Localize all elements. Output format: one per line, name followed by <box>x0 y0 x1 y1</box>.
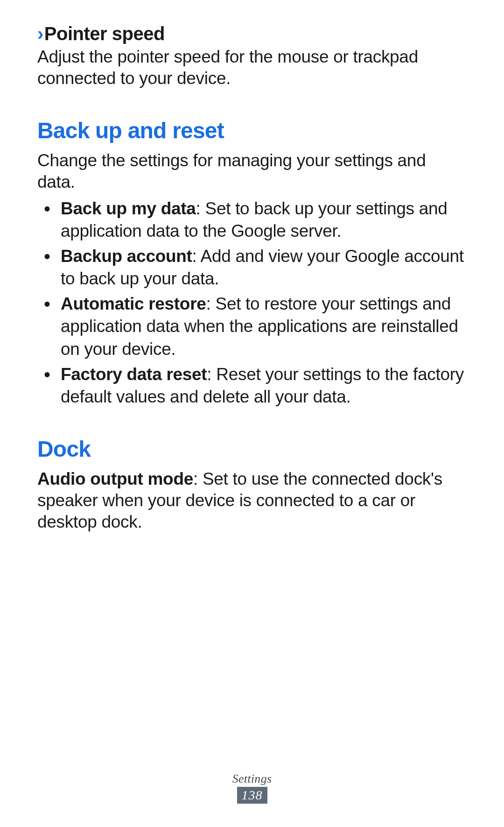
dock-term: Audio output mode <box>37 469 193 488</box>
list-item: Backup account: Add and view your Google… <box>37 245 467 290</box>
pointer-speed-body: Adjust the pointer speed for the mouse o… <box>37 46 467 90</box>
pointer-speed-heading: ›Pointer speed <box>37 23 467 44</box>
dock-body: Audio output mode: Set to use the connec… <box>37 468 467 533</box>
pointer-speed-heading-text: Pointer speed <box>44 23 165 44</box>
list-item-term: Backup account <box>61 247 192 266</box>
dock-heading: Dock <box>37 436 467 462</box>
manual-page: ›Pointer speed Adjust the pointer speed … <box>0 0 504 827</box>
backup-reset-heading: Back up and reset <box>37 118 467 143</box>
footer-section-label: Settings <box>0 772 504 786</box>
backup-reset-intro: Change the settings for managing your se… <box>37 150 467 193</box>
backup-reset-list: Back up my data: Set to back up your set… <box>37 198 467 408</box>
list-item: Automatic restore: Set to restore your s… <box>37 293 467 360</box>
pointer-speed-section: ›Pointer speed Adjust the pointer speed … <box>37 23 467 90</box>
list-item: Factory data reset: Reset your settings … <box>37 363 467 408</box>
dock-section: Dock Audio output mode: Set to use the c… <box>37 436 467 533</box>
list-item-term: Factory data reset <box>61 365 207 384</box>
list-item-term: Back up my data <box>61 199 196 218</box>
backup-reset-section: Back up and reset Change the settings fo… <box>37 118 467 408</box>
page-footer: Settings 138 <box>0 772 504 804</box>
chevron-right-icon: › <box>37 23 43 44</box>
list-item-term: Automatic restore <box>61 294 206 313</box>
list-item: Back up my data: Set to back up your set… <box>37 198 467 242</box>
page-number-badge: 138 <box>237 787 267 804</box>
